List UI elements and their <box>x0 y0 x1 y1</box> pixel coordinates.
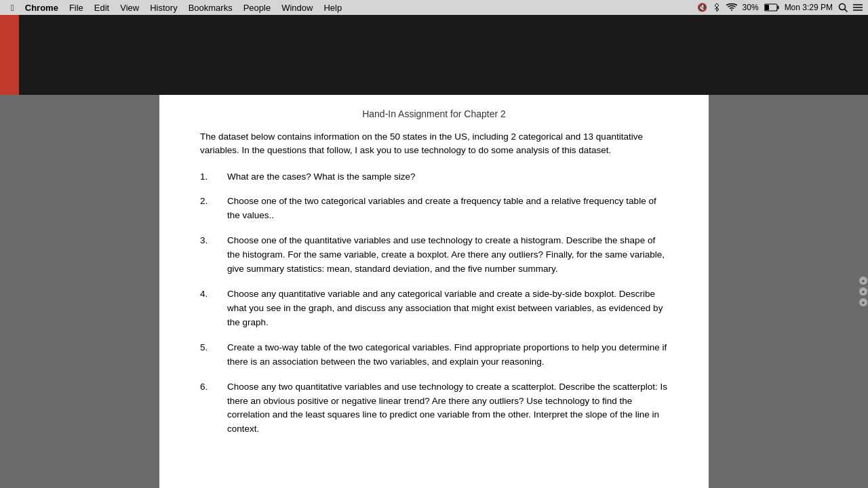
volume-icon: 🔇 <box>697 3 707 12</box>
search-icon[interactable] <box>838 3 848 12</box>
document-panel: Hand-In Assignment for Chapter 2 The dat… <box>159 95 709 488</box>
menu-file[interactable]: File <box>64 0 89 15</box>
menu-window[interactable]: Window <box>276 0 318 15</box>
scroll-btn-2[interactable]: ● <box>859 287 867 296</box>
bluetooth-icon <box>713 3 721 12</box>
list-item: 3. Choose one of the quantitative variab… <box>200 234 668 277</box>
list-number: 4. <box>200 287 227 330</box>
menu-history[interactable]: History <box>144 0 182 15</box>
menu-bar:  Chrome File Edit View History Bookmark… <box>0 0 868 15</box>
list-number: 6. <box>200 380 227 437</box>
list-item: 1. What are the cases? What is the sampl… <box>200 170 668 184</box>
svg-rect-2 <box>765 5 769 10</box>
list-text: What are the cases? What is the sample s… <box>227 170 668 184</box>
list-text: Create a two-way table of the two catego… <box>227 341 668 369</box>
document-partial-heading: Hand-In Assignment for Chapter 2 <box>200 108 668 119</box>
scroll-btn-3[interactable]: ● <box>859 298 867 306</box>
list-item: 4. Choose any quantitative variable and … <box>200 287 668 330</box>
menu-list-icon[interactable] <box>853 3 863 12</box>
menu-bookmarks[interactable]: Bookmarks <box>183 0 238 15</box>
list-item: 6. Choose any two quantitative variables… <box>200 380 668 437</box>
menu-chrome[interactable]: Chrome <box>20 0 64 15</box>
list-number: 1. <box>200 170 227 184</box>
wifi-icon <box>726 3 737 12</box>
intro-paragraph: The dataset below contains information o… <box>200 130 668 158</box>
svg-line-4 <box>845 9 848 12</box>
list-number: 2. <box>200 195 227 223</box>
datetime: Mon 3:29 PM <box>785 3 833 12</box>
scroll-btn-1[interactable]: ● <box>859 277 867 285</box>
apple-menu[interactable]:  <box>5 0 20 15</box>
svg-rect-1 <box>777 6 778 9</box>
menu-edit[interactable]: Edit <box>89 0 115 15</box>
list-text: Choose any two quantitative variables an… <box>227 380 668 437</box>
window-close-strip <box>0 15 19 95</box>
list-number: 5. <box>200 341 227 369</box>
menu-view[interactable]: View <box>115 0 144 15</box>
page-wrapper: Hand-In Assignment for Chapter 2 The dat… <box>0 95 868 488</box>
list-number: 3. <box>200 234 227 277</box>
questions-list: 1. What are the cases? What is the sampl… <box>200 170 668 437</box>
list-text: Choose one of the two categorical variab… <box>227 195 668 223</box>
browser-chrome <box>0 15 868 95</box>
menu-help[interactable]: Help <box>318 0 347 15</box>
heading-text: Hand-In Assignment for Chapter 2 <box>362 108 506 119</box>
list-text: Choose any quantitative variable and any… <box>227 287 668 330</box>
menu-bar-right: 🔇 30% Mon 3:29 PM <box>697 3 863 12</box>
battery-percent: 30% <box>743 3 759 12</box>
list-item: 5. Create a two-way table of the two cat… <box>200 341 668 369</box>
menu-people[interactable]: People <box>238 0 276 15</box>
list-text: Choose one of the quantitative variables… <box>227 234 668 277</box>
right-sidebar: ● ● ● <box>859 95 868 488</box>
battery-icon <box>764 3 779 12</box>
list-item: 2. Choose one of the two categorical var… <box>200 195 668 223</box>
